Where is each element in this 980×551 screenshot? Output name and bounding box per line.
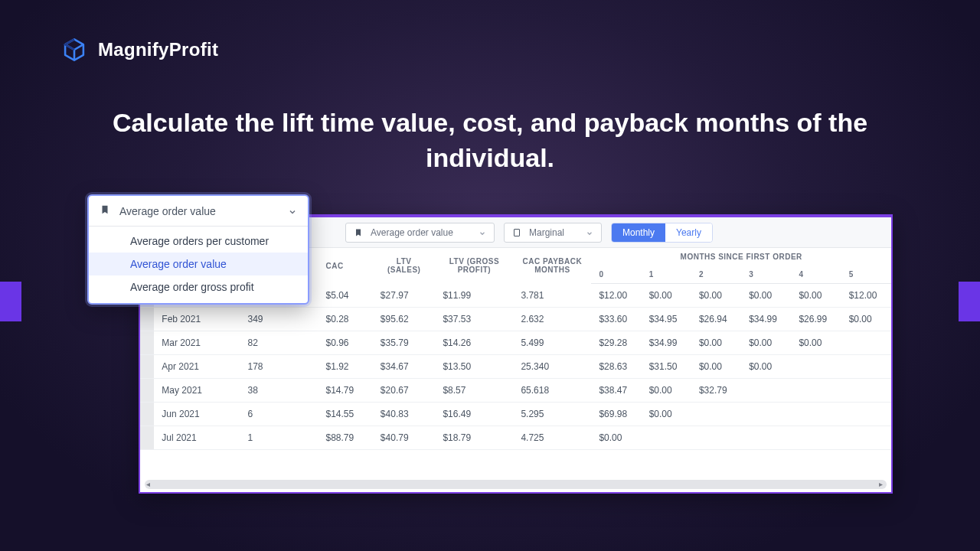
cell xyxy=(741,403,791,426)
cell xyxy=(691,403,741,426)
chevron-down-icon xyxy=(288,207,297,216)
col-ltv-sales: LTV (SALES) xyxy=(373,248,436,284)
cube-icon xyxy=(61,37,87,63)
dropdown-option[interactable]: Average order gross profit xyxy=(89,276,308,298)
cell: Jul 2021 xyxy=(154,426,240,450)
cell xyxy=(841,403,891,426)
cell: $14.55 xyxy=(318,403,372,426)
cell: $32.79 xyxy=(691,379,741,403)
brand-logo: MagnifyProfit xyxy=(61,37,218,63)
cell xyxy=(140,308,154,331)
cell: $38.47 xyxy=(591,379,641,403)
cell xyxy=(741,426,791,450)
mode-select[interactable]: Marginal xyxy=(504,223,602,243)
horizontal-scrollbar[interactable]: ◂ ▸ xyxy=(145,480,887,489)
cell: $35.79 xyxy=(373,331,436,355)
decoration-right xyxy=(959,282,980,321)
cell: $95.62 xyxy=(373,308,436,331)
cell: 349 xyxy=(240,308,318,331)
cell: $27.97 xyxy=(373,284,436,308)
cell: $40.83 xyxy=(373,403,436,426)
cell: 3.781 xyxy=(513,284,591,308)
cell: $26.94 xyxy=(691,308,741,331)
cell: $0.00 xyxy=(642,379,691,403)
cell: $26.99 xyxy=(791,308,841,331)
cell xyxy=(140,403,154,426)
cell: $11.99 xyxy=(435,284,513,308)
cell xyxy=(841,426,891,450)
bookmark-icon xyxy=(100,204,110,217)
cell: Apr 2021 xyxy=(154,355,240,379)
cell: $0.00 xyxy=(741,355,791,379)
cell: $18.79 xyxy=(435,426,513,450)
cell: Mar 2021 xyxy=(154,331,240,355)
metric-select-label: Average order value xyxy=(371,227,453,238)
col-payback: CAC PAYBACK MONTHS xyxy=(513,248,591,284)
cell: $0.00 xyxy=(642,403,691,426)
table-row: Apr 2021178$1.92$34.67$13.5025.340$28.63… xyxy=(140,355,891,379)
cell: 82 xyxy=(240,331,318,355)
col-month: 1 xyxy=(642,266,691,284)
col-month: 5 xyxy=(841,266,891,284)
cell xyxy=(140,355,154,379)
cell: $5.04 xyxy=(318,284,372,308)
cell xyxy=(841,379,891,403)
table-row: Feb 2021349$0.28$95.62$37.532.632$33.60$… xyxy=(140,308,891,331)
cell: $13.50 xyxy=(435,355,513,379)
cell: $34.67 xyxy=(373,355,436,379)
cell xyxy=(841,355,891,379)
toggle-yearly[interactable]: Yearly xyxy=(665,223,712,242)
cell: $0.00 xyxy=(741,331,791,355)
cell: Jun 2021 xyxy=(154,403,240,426)
cell: $29.28 xyxy=(591,331,641,355)
cell xyxy=(691,426,741,450)
cell: 178 xyxy=(240,355,318,379)
svg-rect-0 xyxy=(514,229,520,236)
scroll-right-icon: ▸ xyxy=(879,481,885,488)
toggle-monthly[interactable]: Monthly xyxy=(612,223,665,242)
cell: $34.95 xyxy=(642,308,691,331)
col-month: 4 xyxy=(791,266,841,284)
table-row: Jul 20211$88.79$40.79$18.794.725$0.00 xyxy=(140,426,891,450)
cell: $40.79 xyxy=(373,426,436,450)
cell xyxy=(140,379,154,403)
dropdown-option[interactable]: Average order value xyxy=(89,253,308,276)
cell: $0.28 xyxy=(318,308,372,331)
col-month: 3 xyxy=(741,266,791,284)
cell: $28.63 xyxy=(591,355,641,379)
cell: $31.50 xyxy=(642,355,691,379)
cell: $14.26 xyxy=(435,331,513,355)
cell: $0.00 xyxy=(591,426,641,450)
cell: $34.99 xyxy=(741,308,791,331)
col-month: 0 xyxy=(591,266,641,284)
cell: $0.96 xyxy=(318,331,372,355)
cell: $14.79 xyxy=(318,379,372,403)
col-cac: CAC xyxy=(318,248,372,284)
dropdown-option[interactable]: Average orders per customer xyxy=(89,230,308,253)
metric-dropdown-trigger[interactable]: Average order value xyxy=(89,196,308,227)
cell: $0.00 xyxy=(841,308,891,331)
cell: $0.00 xyxy=(791,284,841,308)
table-row: Jun 20216$14.55$40.83$16.495.295$69.98$0… xyxy=(140,403,891,426)
cell: 65.618 xyxy=(513,379,591,403)
scroll-left-icon: ◂ xyxy=(146,481,152,488)
cell: 25.340 xyxy=(513,355,591,379)
cell: $0.00 xyxy=(642,284,691,308)
bookmark-icon xyxy=(354,228,363,237)
table-row: May 202138$14.79$20.67$8.5765.618$38.47$… xyxy=(140,379,891,403)
brand-name: MagnifyProfit xyxy=(98,39,218,60)
cell: $20.67 xyxy=(373,379,436,403)
metric-select[interactable]: Average order value xyxy=(345,223,495,243)
cell: 38 xyxy=(240,379,318,403)
decoration-left xyxy=(0,282,21,321)
cell: $0.00 xyxy=(691,355,741,379)
file-icon xyxy=(512,228,521,237)
period-toggle: Monthly Yearly xyxy=(611,223,713,243)
cell: $0.00 xyxy=(741,284,791,308)
cell: $0.00 xyxy=(791,331,841,355)
cell: $1.92 xyxy=(318,355,372,379)
chevron-down-icon xyxy=(479,229,486,236)
cell: 2.632 xyxy=(513,308,591,331)
cell: 5.295 xyxy=(513,403,591,426)
cell: $33.60 xyxy=(591,308,641,331)
